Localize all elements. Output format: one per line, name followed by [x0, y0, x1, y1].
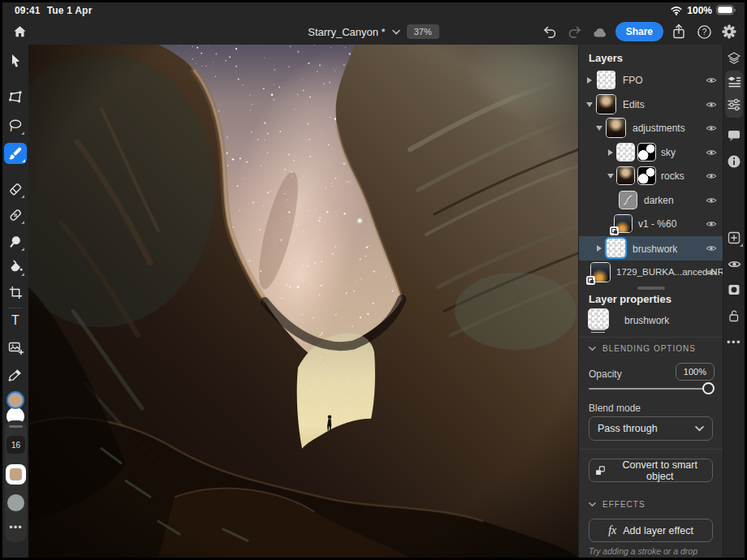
brush-size-indicator[interactable]: 16 [6, 436, 25, 454]
settings-gear-icon[interactable] [719, 22, 739, 41]
comments-panel-icon[interactable] [724, 126, 744, 145]
smart-object-icon [594, 464, 606, 477]
visibility-eye-icon[interactable] [706, 147, 717, 158]
panel-drag-handle[interactable] [9, 425, 23, 428]
layer-thumbnail[interactable] [607, 118, 625, 137]
help-button[interactable]: ? [694, 22, 714, 41]
blend-mode-dropdown[interactable]: Pass through [589, 416, 713, 441]
place-image-tool[interactable] [5, 337, 26, 358]
curves-adjustment-thumbnail[interactable] [620, 192, 637, 209]
layer-thumbnail[interactable] [597, 95, 615, 114]
blending-options-section-header[interactable]: BLENDING OPTIONS [589, 344, 696, 353]
layer-row-darken[interactable]: darken [579, 188, 723, 212]
battery-percentage: 100% [687, 5, 712, 16]
smart-object-thumbnail[interactable] [615, 215, 632, 232]
effects-section-header[interactable]: EFFECTS [589, 500, 646, 509]
type-tool[interactable]: T [5, 310, 26, 331]
expander-collapsed-icon[interactable] [587, 77, 592, 84]
opacity-label: Opacity [589, 368, 622, 380]
layer-row-brushwork-selected[interactable]: brushwork [579, 236, 723, 261]
document-title: Starry_Canyon * [308, 26, 385, 38]
layers-panel: Layers FPO Edits adjustments sky [578, 45, 723, 558]
layer-row-v1[interactable]: v1 - %60 [579, 212, 723, 235]
opacity-slider-track[interactable] [589, 388, 713, 390]
brush-color-chip[interactable] [6, 464, 26, 485]
info-panel-icon[interactable] [724, 152, 744, 171]
smart-object-badge-icon [586, 276, 595, 285]
layer-row-edits[interactable]: Edits [579, 93, 723, 116]
share-button[interactable]: Share [615, 22, 663, 41]
brush-opacity-control[interactable] [7, 494, 24, 511]
eraser-tool[interactable] [5, 179, 26, 200]
foreground-color-swatch[interactable] [6, 391, 24, 409]
lasso-select-tool[interactable] [5, 115, 26, 136]
healing-brush-tool[interactable] [5, 205, 26, 226]
visibility-eye-icon[interactable] [706, 218, 717, 230]
visibility-eye-icon[interactable] [706, 267, 717, 278]
zoom-level-badge[interactable]: 37% [407, 24, 439, 39]
adjustments-sliders-panel-icon[interactable] [724, 95, 744, 114]
layer-mask-thumbnail[interactable] [638, 167, 655, 184]
fill-bucket-tool[interactable] [5, 256, 26, 278]
expander-collapsed-icon[interactable] [597, 245, 602, 252]
expander-expanded-icon[interactable] [596, 126, 602, 131]
clock: 09:41Tue 1 Apr [15, 5, 93, 16]
layer-thumbnail[interactable] [617, 144, 634, 161]
expander-expanded-icon[interactable] [607, 174, 614, 179]
layer-mask-button[interactable] [724, 280, 744, 299]
visibility-eye-icon[interactable] [706, 170, 717, 182]
expander-collapsed-icon[interactable] [608, 149, 613, 156]
add-layer-effect-button[interactable]: fx Add layer effect [589, 519, 713, 542]
more-options-button[interactable]: ••• [724, 332, 744, 351]
document-canvas[interactable] [28, 45, 578, 558]
layer-properties-panel-icon[interactable] [724, 72, 744, 92]
layers-panel-title: Layers [589, 52, 623, 64]
status-date: Tue 1 Apr [47, 5, 93, 16]
layer-name: adjustments [633, 123, 685, 134]
cloud-sync-icon[interactable] [590, 22, 610, 41]
blend-mode-value: Pass through [598, 423, 658, 434]
status-bar: 09:41Tue 1 Apr 100% [2, 2, 745, 19]
opacity-slider-knob[interactable] [702, 382, 715, 394]
layer-thumbnail[interactable] [607, 239, 625, 257]
crop-tool[interactable] [5, 282, 26, 303]
visibility-eye-icon[interactable] [706, 195, 717, 206]
layer-visibility-button[interactable] [724, 254, 744, 274]
visibility-eye-icon[interactable] [706, 99, 717, 110]
eyedropper-tool[interactable] [5, 364, 26, 386]
effects-hint-text: Try adding a stroke or a drop shadow. [589, 546, 723, 560]
brush-more-options-button[interactable]: ••• [5, 521, 27, 533]
move-tool[interactable] [5, 50, 26, 71]
visibility-eye-icon[interactable] [706, 123, 717, 134]
expander-expanded-icon[interactable] [586, 102, 593, 107]
svg-text:?: ? [702, 28, 706, 37]
export-icon[interactable] [669, 22, 689, 41]
layer-row-1729[interactable]: 1729_BURKA...anced-NR33 [579, 261, 723, 284]
smart-object-thumbnail[interactable] [591, 263, 610, 282]
redo-button[interactable] [565, 22, 585, 41]
document-title-chevron-icon[interactable] [392, 29, 400, 35]
visibility-eye-icon[interactable] [706, 75, 717, 86]
submenu-indicator [740, 243, 743, 247]
convert-to-smart-object-button[interactable]: Convert to smart object [589, 459, 713, 482]
smudge-tool[interactable] [5, 231, 26, 252]
layer-row-rocks[interactable]: rocks [579, 164, 723, 187]
layers-panel-icon[interactable] [724, 49, 744, 68]
layers-list-resize-handle[interactable] [637, 286, 665, 290]
brush-tool[interactable] [4, 143, 27, 164]
photoshop-ipad-app: 09:41Tue 1 Apr 100% Starry_Canyon * 37% [0, 0, 747, 560]
layer-row-fpo[interactable]: FPO [579, 68, 723, 92]
layer-mask-thumbnail[interactable] [638, 144, 655, 161]
transform-tool[interactable] [5, 87, 26, 108]
canvas-artwork [28, 45, 578, 558]
layer-row-adjustments[interactable]: adjustments [579, 116, 723, 140]
visibility-eye-icon[interactable] [706, 243, 717, 254]
layer-row-sky[interactable]: sky [579, 140, 723, 164]
undo-button[interactable] [540, 22, 559, 41]
lock-layer-button[interactable] [724, 306, 744, 325]
add-layer-button[interactable] [724, 228, 744, 248]
layer-thumbnail[interactable] [597, 71, 615, 89]
layer-thumbnail[interactable] [617, 167, 634, 184]
brush-options-panel: 16 ••• [5, 420, 27, 542]
opacity-value-field[interactable]: 100% [676, 363, 715, 381]
